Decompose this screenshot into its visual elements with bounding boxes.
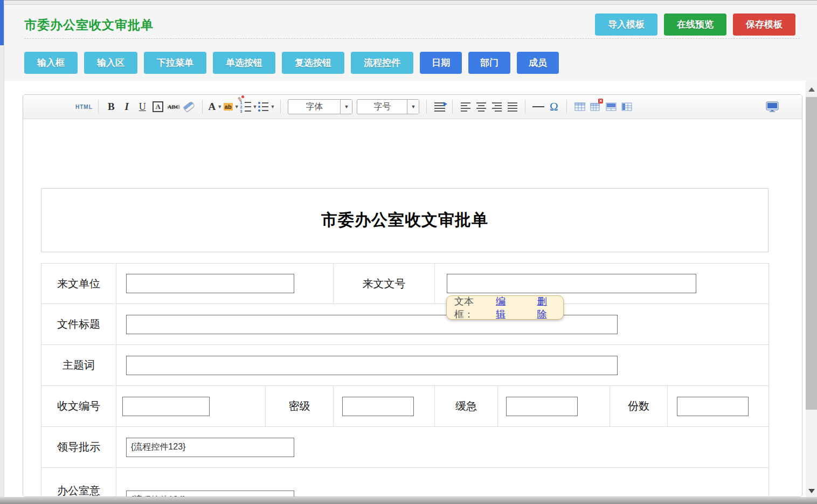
table-row: 收文编号 密级 缓急 份数: [41, 386, 769, 427]
field-label-lingdao-pishi: 领导批示: [41, 427, 116, 468]
highlight-color-button[interactable]: ab ✎ ▼: [224, 98, 239, 115]
window-bottom-edge: [0, 497, 817, 504]
field-label-wenjian-biaoti: 文件标题: [41, 304, 116, 345]
table-row: 文件标题: [41, 304, 769, 345]
left-blue-strip: [0, 0, 4, 45]
import-template-button[interactable]: 导入模板: [595, 13, 657, 36]
table-insert-icon: [574, 102, 585, 111]
source-code-button[interactable]: HTML: [75, 98, 93, 115]
form-title-box: 市委办公室收文审批单: [41, 188, 768, 252]
highlight-icon: ab: [224, 103, 233, 111]
ordered-list-icon: 1 2 3: [240, 101, 251, 113]
special-char-button[interactable]: Ω: [546, 98, 561, 115]
table-row: 领导批示: [41, 427, 769, 468]
chevron-down-icon: ▼: [253, 104, 258, 109]
insert-flow-control-button[interactable]: 流程控件: [351, 52, 413, 74]
monitor-icon: [766, 101, 779, 112]
editor-canvas[interactable]: 市委办公室收文审批单 来文单位 来文文号 文件标题 主: [23, 119, 802, 496]
field-label-laiwen-wenhao: 来文文号: [334, 264, 435, 304]
save-template-button[interactable]: 保存模板: [733, 13, 795, 36]
left-gutter: [0, 0, 4, 504]
table-row: 来文单位 来文文号: [41, 264, 769, 304]
font-size-select[interactable]: 字号 ▼: [357, 99, 419, 114]
chevron-down-icon: ▼: [407, 100, 419, 114]
format-block-button[interactable]: A: [151, 98, 165, 115]
font-color-button[interactable]: A▼: [208, 98, 223, 115]
dashed-divider: [24, 38, 800, 39]
laiwen-danwei-input[interactable]: [126, 274, 294, 293]
scroll-up-arrow-icon[interactable]: [808, 87, 815, 92]
table-delete-icon: [590, 102, 601, 111]
underline-button[interactable]: U: [135, 98, 150, 115]
indent-button[interactable]: [432, 98, 447, 115]
table-insert-button[interactable]: [572, 98, 587, 115]
tooltip-delete-link[interactable]: 删除: [537, 295, 556, 321]
bold-button[interactable]: B: [104, 98, 119, 115]
toolbar-separator: [202, 100, 203, 114]
ordered-list-button[interactable]: 1 2 3 ▼: [240, 98, 258, 115]
toolbar-separator: [280, 100, 281, 114]
align-justify-button[interactable]: [505, 98, 520, 115]
field-label-laiwen-danwei: 来文单位: [41, 264, 116, 304]
main-area: HTML B I U A ABC A▼ ab ✎ ▼ 1 2 3: [0, 81, 806, 497]
table-delete-button[interactable]: ✕: [588, 98, 603, 115]
toolbar-separator: [566, 100, 567, 114]
toolbar-separator: [426, 100, 427, 114]
lingdao-pishi-input[interactable]: [126, 438, 294, 457]
strikethrough-button[interactable]: ABC: [167, 98, 181, 115]
table-properties-button[interactable]: [619, 98, 634, 115]
vertical-scrollbar[interactable]: [806, 81, 817, 504]
fenshu-input[interactable]: [677, 397, 749, 416]
insert-department-button[interactable]: 部门: [468, 52, 510, 74]
online-preview-button[interactable]: 在线预览: [664, 13, 726, 36]
field-label-miji: 密级: [266, 386, 334, 427]
insert-radio-button[interactable]: 单选按钮: [213, 52, 275, 74]
unordered-list-button[interactable]: ▼: [258, 98, 275, 115]
indent-icon: [434, 102, 445, 112]
header: 市委办公室收文审批单 导入模板 在线预览 保存模板 输入框 输入区 下拉菜单 单…: [4, 5, 817, 81]
horizontal-rule-button[interactable]: [531, 98, 545, 115]
insert-member-button[interactable]: 成员: [517, 52, 559, 74]
table-row: 主题词: [41, 345, 769, 386]
insert-date-button[interactable]: 日期: [420, 52, 462, 74]
toolbar-separator: [452, 100, 453, 114]
align-center-button[interactable]: [474, 98, 488, 115]
miji-input[interactable]: [342, 397, 414, 416]
fullscreen-button[interactable]: [765, 98, 779, 115]
laiwen-wenhao-input[interactable]: [447, 274, 696, 293]
form-table: 来文单位 来文文号 文件标题 主题词 收文编号 密级: [41, 263, 769, 496]
insert-checkbox-button[interactable]: 复选按钮: [282, 52, 344, 74]
rich-text-editor: HTML B I U A ABC A▼ ab ✎ ▼ 1 2 3: [23, 94, 802, 497]
font-size-value: 字号: [357, 100, 407, 114]
insert-input-button[interactable]: 输入框: [24, 52, 78, 74]
scrollbar-thumb[interactable]: [806, 97, 817, 410]
align-left-button[interactable]: [458, 98, 473, 115]
scroll-down-arrow-icon[interactable]: [808, 489, 815, 493]
insert-textarea-button[interactable]: 输入区: [84, 52, 137, 74]
eraser-icon: [183, 101, 196, 113]
tooltip-label: 文本框：: [454, 295, 491, 321]
control-buttons-row: 输入框 输入区 下拉菜单 单选按钮 复选按钮 流程控件 日期 部门 成员: [24, 52, 559, 74]
font-family-select[interactable]: 字体 ▼: [288, 99, 352, 114]
tooltip-edit-link[interactable]: 编辑: [496, 295, 515, 321]
field-label-fenshu: 份数: [610, 386, 668, 427]
chevron-down-icon: ▼: [217, 104, 222, 109]
align-right-button[interactable]: [489, 98, 504, 115]
zhutici-input[interactable]: [126, 356, 618, 375]
remove-format-button[interactable]: [182, 98, 197, 115]
shouwen-bianhao-input[interactable]: [122, 397, 210, 416]
huanji-input[interactable]: [506, 397, 578, 416]
align-center-icon: [476, 102, 486, 112]
unordered-list-icon: [258, 102, 268, 112]
horizontal-rule-icon: [532, 106, 544, 107]
italic-button[interactable]: I: [120, 98, 134, 115]
table-row: 办公室意见: [41, 468, 769, 497]
page-title: 市委办公室收文审批单: [24, 17, 154, 33]
insert-dropdown-button[interactable]: 下拉菜单: [144, 52, 206, 74]
align-left-icon: [461, 102, 470, 112]
table-cell-button[interactable]: [604, 98, 618, 115]
control-tooltip: 文本框： 编辑 删除: [446, 295, 564, 320]
chevron-down-icon: ▼: [340, 100, 352, 114]
bangongshi-yijian-input[interactable]: [126, 491, 294, 497]
font-color-icon: A: [208, 101, 216, 113]
